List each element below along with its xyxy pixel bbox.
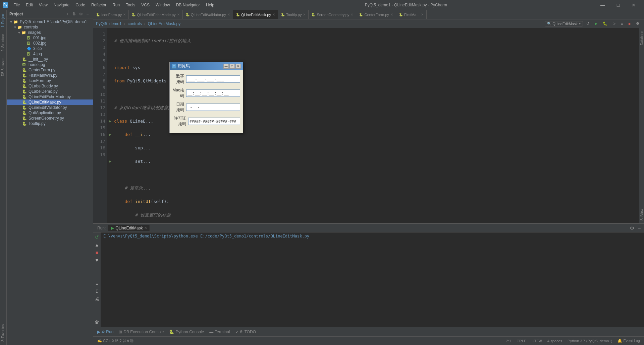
- menu-edit[interactable]: Edit: [23, 2, 36, 8]
- tree-tooltip[interactable]: 🐍 Tooltip.py: [7, 121, 93, 126]
- tab-centerform[interactable]: 🐍 CenterForm.py ✕: [356, 10, 396, 19]
- status-git[interactable]: ✍ CGit|久略文以显端: [96, 338, 135, 343]
- right-sidebar-sciview-tab[interactable]: SciView: [639, 207, 644, 222]
- toolbar-refresh-btn[interactable]: ↺: [584, 21, 591, 26]
- tab-qlineeditvalidator[interactable]: 🐍 QLineEditValidator.py ✕: [183, 10, 233, 19]
- run-filter-btn[interactable]: ≡: [94, 280, 100, 287]
- tab-centerform-close[interactable]: ✕: [390, 13, 393, 16]
- toolbar-run-btn[interactable]: ▶: [593, 21, 599, 26]
- breadcrumb-project[interactable]: PyQt5_demo1: [96, 21, 122, 26]
- tree-root[interactable]: ▼ 📁 PyQt5_demo1 E:\code\PyQt5_demo1: [7, 19, 93, 24]
- tab-qlineeditechomode-close[interactable]: ✕: [177, 13, 180, 16]
- tree-qlineeditmask[interactable]: 🐍 QLineEditMask.py: [7, 99, 93, 105]
- dialog-input-digit[interactable]: [186, 75, 240, 83]
- tree-qlineeditechodmode[interactable]: 🐍 QLineEditEchoMode.py: [7, 94, 93, 99]
- tree-3ico[interactable]: 🔷 3.ico: [7, 46, 93, 51]
- project-close-icon[interactable]: −: [85, 11, 90, 17]
- tab-iconform[interactable]: 🐍 IconForm.py ✕: [93, 10, 129, 19]
- bottom-tool-python-console[interactable]: 🐍 Python Console: [166, 329, 207, 335]
- status-crlf[interactable]: CRLF: [515, 339, 528, 343]
- right-sidebar-database-tab[interactable]: Database: [639, 29, 644, 47]
- run-delete-btn[interactable]: 🗑: [94, 319, 100, 326]
- menu-navigate[interactable]: Navigate: [51, 2, 72, 8]
- menu-window[interactable]: Window: [153, 2, 173, 8]
- bottom-tool-dbconsole[interactable]: ⊞ DB Execution Console: [116, 329, 166, 335]
- menu-view[interactable]: View: [36, 2, 50, 8]
- project-add-icon[interactable]: +: [65, 11, 70, 17]
- tree-init[interactable]: 🐍 __init__.py: [7, 57, 93, 62]
- tree-qlineeditvalidator[interactable]: 🐍 QLineEditValidator.py: [7, 105, 93, 110]
- status-encoding[interactable]: UTF-8: [530, 339, 543, 343]
- toolbar-coverage-btn[interactable]: ▷: [611, 21, 618, 26]
- menu-vcs[interactable]: VCS: [139, 2, 152, 8]
- tab-qlineeditvalidator-close[interactable]: ✕: [227, 13, 230, 16]
- dialog-maximize-btn[interactable]: □: [229, 64, 235, 69]
- run-rerun-btn[interactable]: ↺: [94, 234, 100, 240]
- current-file-label[interactable]: QLineEditMask: [552, 22, 578, 26]
- tab-firstma[interactable]: 🐍 FirstMa... ✕: [396, 10, 427, 19]
- run-down-btn[interactable]: ▼: [94, 257, 100, 264]
- close-button[interactable]: ✕: [626, 0, 641, 10]
- dialog-minimize-btn[interactable]: —: [223, 64, 229, 69]
- run-tab-qlineeditmask[interactable]: ▶ QLineEditMask ✕: [108, 225, 150, 231]
- tab-qlineeditmask-close[interactable]: ✕: [272, 13, 275, 16]
- dialog-input-date[interactable]: [186, 104, 240, 111]
- breadcrumb-file[interactable]: QLineEditMask.py: [148, 21, 180, 26]
- tab-firstma-close[interactable]: ✕: [421, 13, 424, 16]
- tree-images[interactable]: ▼ 📁 images: [7, 30, 93, 35]
- bottom-tool-run[interactable]: ▶ 4: Run: [95, 329, 116, 335]
- menu-run[interactable]: Run: [110, 2, 122, 8]
- sidebar-tab-favorites[interactable]: 2: Favorites: [0, 321, 6, 345]
- run-hide-btn[interactable]: −: [636, 225, 643, 231]
- status-indent[interactable]: 4 spaces: [546, 339, 564, 343]
- run-scroll-btn[interactable]: ↧: [94, 288, 100, 295]
- project-sync-icon[interactable]: ⇅: [71, 11, 77, 17]
- tree-002jpg[interactable]: 🖼 002.jpg: [7, 41, 93, 46]
- tab-tooltip-close[interactable]: ✕: [303, 13, 306, 16]
- maximize-button[interactable]: □: [610, 0, 626, 10]
- dialog-input-license[interactable]: [188, 118, 240, 125]
- tab-tooltip[interactable]: 🐍 Tooltip.py ✕: [278, 10, 309, 19]
- menu-file[interactable]: File: [11, 2, 22, 8]
- run-print-btn[interactable]: 🖨: [94, 296, 100, 302]
- sidebar-tab-project[interactable]: 1: Project: [0, 10, 6, 31]
- dialog-input-mac[interactable]: [186, 89, 240, 97]
- menu-tools[interactable]: Tools: [123, 2, 138, 8]
- menu-code[interactable]: Code: [73, 2, 88, 8]
- tab-iconform-close[interactable]: ✕: [123, 13, 126, 16]
- tree-firstmainwin[interactable]: 🐍 FirstMainWin.py: [7, 73, 93, 78]
- dialog-titlebar[interactable]: □ 用掩码... — □ ✕: [170, 62, 243, 70]
- toolbar-debug-btn[interactable]: 🐛: [601, 21, 609, 26]
- tree-001jpg[interactable]: 🖼 001.jpg: [7, 35, 93, 41]
- bottom-tool-terminal[interactable]: ▬ Terminal: [207, 329, 232, 335]
- menu-dbnavigator[interactable]: DB Navigator: [173, 2, 203, 8]
- toolbar-settings-btn[interactable]: ⚙: [634, 21, 641, 26]
- status-position[interactable]: 2:1: [505, 339, 513, 343]
- sidebar-tab-dbbrowser[interactable]: DB Browser: [0, 55, 6, 79]
- breadcrumb-controls[interactable]: controls: [128, 21, 142, 26]
- tab-screengeometry[interactable]: 🐍 ScreenGeometry.py ✕: [309, 10, 356, 19]
- tree-centerform[interactable]: 🐍 CenterForm.py: [7, 67, 93, 73]
- run-settings-btn[interactable]: ⚙: [629, 225, 635, 231]
- sidebar-tab-structure[interactable]: 2: Structure: [0, 31, 6, 55]
- minimize-button[interactable]: —: [595, 0, 610, 10]
- run-up-btn[interactable]: ▲: [94, 242, 100, 248]
- tab-screengeometry-close[interactable]: ✕: [351, 13, 353, 16]
- status-event-log[interactable]: 🔔 Event Log: [616, 339, 641, 343]
- bottom-tool-todo[interactable]: ✓ 6: TODO: [233, 329, 259, 335]
- menu-refactor[interactable]: Refactor: [89, 2, 109, 8]
- tree-quitapp[interactable]: 🐍 QuitApplication.py: [7, 110, 93, 116]
- tree-iconform[interactable]: 🐍 IconForm.py: [7, 78, 93, 83]
- toolbar-more-btn[interactable]: ≡: [619, 21, 625, 26]
- tab-qlineeditechomode[interactable]: 🐍 QLineEditEchoMode.py ✕: [129, 10, 183, 19]
- tree-qlabeldemo[interactable]: 🐍 QLabelDemo.py: [7, 89, 93, 94]
- run-tab-close[interactable]: ✕: [144, 226, 147, 230]
- dialog-close-btn[interactable]: ✕: [235, 64, 241, 69]
- tab-qlineeditmask[interactable]: 🐍 QLineEditMask.py ✕: [233, 10, 278, 19]
- tree-4jpg[interactable]: 🖼 4.jpg: [7, 51, 93, 57]
- tree-qlabelbuddy[interactable]: 🐍 QLabelBuddy.py: [7, 83, 93, 89]
- tree-controls[interactable]: ▼ 📁 controls: [7, 24, 93, 30]
- tree-screengeometry[interactable]: 🐍 ScreenGeometry.py: [7, 116, 93, 121]
- tree-horsejpg[interactable]: 🖼 horse.jpg: [7, 62, 93, 67]
- toolbar-stop-btn[interactable]: ■: [626, 21, 633, 26]
